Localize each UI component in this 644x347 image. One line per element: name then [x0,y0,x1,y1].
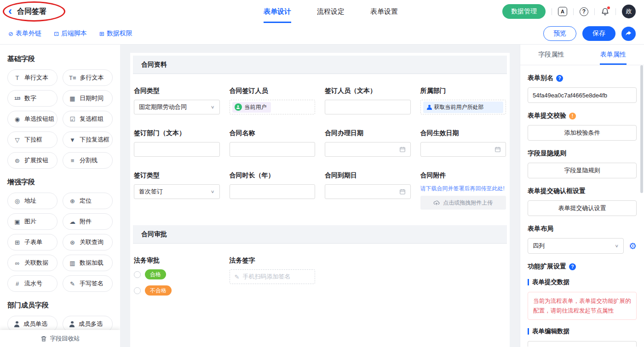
sidebar-item-location[interactable]: ⊕定位 [63,193,113,209]
field-handle-date[interactable]: 合同办理日期 [325,129,411,157]
signer-text-input[interactable] [325,100,411,114]
help-icon[interactable]: ? [580,7,588,16]
handle-date-picker[interactable] [325,142,411,157]
avatar[interactable]: 政 [622,5,636,18]
form-external-link[interactable]: ⊘ 表单外链 [8,29,41,38]
sidebar-item-datetime[interactable]: ▦日期时间 [63,90,113,107]
sidebar-item-divider[interactable]: ≡分割线 [63,152,113,169]
tab-form-design[interactable]: 表单设计 [264,0,291,23]
submit-data-subhead: 表单提交数据 [528,278,637,286]
scrollbar[interactable] [640,65,643,193]
data-manage-button[interactable]: 数据管理 [502,4,546,19]
sidebar-item-image[interactable]: ▣图片 [7,213,58,230]
checkbox-icon: ☑ [69,116,76,123]
submit-confirm-button[interactable]: 表单提交确认设置 [528,200,637,216]
tab-form-setting[interactable]: 表单设置 [370,0,398,23]
chip-label: 获取当前用户所处部 [434,103,484,111]
radio-circle-icon[interactable] [134,287,141,294]
add-validation-button[interactable]: 添加校验条件 [528,125,637,141]
sidebar-item-number[interactable]: 123数字 [7,90,58,107]
form-alias-label: 表单别名 ? [528,74,637,82]
field-sign-dept-text[interactable]: 签订部门（文本） [134,129,220,157]
tab-flow-setting[interactable]: 流程设定 [317,0,345,23]
field-contract-type[interactable]: 合同类型 固定期限劳动合同 ∨ [134,87,220,114]
warning-circle-icon[interactable]: ! [569,113,576,119]
sidebar-item-multi-select[interactable]: ▼下拉复选框 [63,131,113,148]
backend-script-link[interactable]: ⊡ 后端脚本 [54,29,87,38]
field-visibility-button[interactable]: 字段显隐规则 [528,163,637,178]
sidebar-item-address[interactable]: ◎地址 [7,193,58,209]
current-user-tag[interactable]: 当前用户 [232,102,271,113]
attachment-upload-button[interactable]: 点击或拖拽附件上传 [420,196,506,210]
sidebar-item-lookup[interactable]: ⊛关联查询 [63,234,113,250]
radio-option-unqualified[interactable]: 不合格 [134,285,220,296]
field-signer-member[interactable]: 合同签订人员 当前用户 [230,87,316,114]
location-icon: ⊕ [69,198,76,205]
share-icon [625,30,632,37]
field-legal-signature[interactable]: 法务签字 ✎ 手机扫码添加签名 [230,256,316,296]
save-button[interactable]: 保存 [582,26,615,41]
notification-dot [607,6,610,9]
contract-name-input[interactable] [230,142,316,157]
sidebar-item-single-line-text[interactable]: T单行文本 [7,69,58,86]
sidebar-item-label: 关联查询 [80,238,104,246]
share-button[interactable] [621,27,636,41]
attachment-note-link[interactable]: 请下载合同并签署后再回传至此处! [420,184,506,193]
department-chip[interactable]: 获取当前用户所处部 [423,102,504,113]
field-label: 合同类型 [134,87,220,95]
field-department[interactable]: 所属部门 获取当前用户所处部 [420,87,506,114]
sidebar-item-radio-group[interactable]: ◉单选按钮组 [7,111,58,127]
radio-option-qualified[interactable]: 合格 [134,269,220,279]
form-toolbar: ⊘ 表单外链 ⊡ 后端脚本 ⊞ 数据权限 预览 保存 [0,23,644,45]
contract-type-select[interactable]: 固定期限劳动合同 ∨ [134,100,220,114]
data-permission-link[interactable]: ⊞ 数据权限 [99,29,132,38]
notification-bell-icon[interactable] [601,7,610,16]
expire-date-picker[interactable] [325,184,411,199]
sidebar-item-attachment[interactable]: ☁附件 [63,213,113,230]
field-legal-review[interactable]: 法务审批 合格 不合格 [134,256,220,296]
form-alias-input[interactable]: 54fa49ea0c7af4665e8de4fb [528,87,637,103]
section-title: 基础字段 [7,55,113,63]
upload-cloud-icon [433,199,440,206]
back-icon[interactable]: ‹ [8,6,12,17]
field-signer-text[interactable]: 签订人员（文本） [325,87,411,114]
signer-member-control[interactable]: 当前用户 [230,100,316,114]
sidebar-item-checkbox-group[interactable]: ☑复选框组 [63,111,113,127]
sidebar-item-serial-number[interactable]: #流水号 [7,275,58,292]
attachment-icon: ☁ [69,218,76,225]
layout-select[interactable]: 四列 ∨ [528,238,624,254]
field-sign-type[interactable]: 签订类型 首次签订 ∨ [134,171,220,210]
field-effective-date[interactable]: 合同生效日期 [420,129,506,157]
sidebar-item-data-load[interactable]: ▥数据加载 [63,255,113,271]
field-contract-name[interactable]: 合同名称 [230,129,316,157]
radio-circle-icon[interactable] [134,271,141,278]
sidebar-item-multi-line-text[interactable]: T≡多行文本 [63,69,113,86]
text-icon: T [14,74,21,81]
department-control[interactable]: 获取当前用户所处部 [420,100,506,114]
gear-icon[interactable]: ⚙ [629,242,637,250]
field-duration[interactable]: 合同时长（年） [230,171,316,210]
sidebar-item-extend-button[interactable]: ⊜扩展按钮 [7,152,58,169]
sidebar-item-subform[interactable]: ⊞子表单 [7,234,58,250]
preview-button[interactable]: 预览 [543,26,576,41]
sign-dept-input[interactable] [134,142,220,157]
effective-date-picker[interactable] [420,142,506,157]
recycle-label: 字段回收站 [50,335,80,343]
help-circle-icon[interactable]: ? [569,263,576,270]
sidebar-item-handwritten-signature[interactable]: ✎手写签名 [63,275,113,292]
tab-field-properties[interactable]: 字段属性 [520,45,582,65]
sidebar-item-select[interactable]: ▽下拉框 [7,131,58,148]
language-icon[interactable]: A [558,7,567,16]
field-label: 合同签订人员 [230,87,316,95]
field-contract-attachment[interactable]: 合同附件 请下载合同并签署后再回传至此处! 点击或拖拽附件上传 [420,171,506,210]
signature-pad[interactable]: ✎ 手机扫码添加签名 [230,269,316,284]
help-circle-icon[interactable]: ? [556,75,563,82]
sidebar-item-linked-data[interactable]: ∞关联数据 [7,255,58,271]
duration-input[interactable] [230,184,316,199]
submit-confirm-row: 表单提交确认框设置 表单提交确认设置 [528,187,637,216]
field-recycle-bin[interactable]: 字段回收站 [0,330,120,347]
sign-type-select[interactable]: 首次签订 ∨ [134,184,220,199]
tab-form-properties[interactable]: 表单属性 [582,45,644,65]
form-alias-row: 表单别名 ? 54fa49ea0c7af4665e8de4fb [528,74,637,103]
field-expire-date[interactable]: 合同到期日 [325,171,411,210]
